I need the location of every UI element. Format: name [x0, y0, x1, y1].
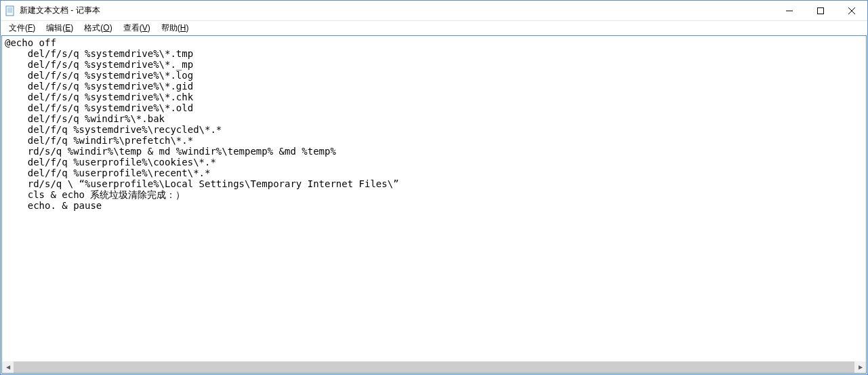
close-button[interactable]: [836, 1, 867, 21]
menu-file[interactable]: 文件(F): [3, 21, 41, 35]
scroll-right-button[interactable]: ▶: [854, 361, 866, 373]
editor-wrapper: @echo off del/f/s/q %systemdrive%\*.tmp …: [1, 35, 867, 374]
svg-rect-6: [818, 8, 824, 14]
horizontal-scrollbar[interactable]: ◀ ▶: [2, 361, 866, 373]
maximize-button[interactable]: [805, 1, 836, 21]
scroll-track[interactable]: [14, 361, 854, 373]
menu-help[interactable]: 帮助(H): [156, 21, 194, 35]
titlebar: 新建文本文档 - 记事本: [1, 1, 867, 21]
scroll-left-button[interactable]: ◀: [2, 361, 14, 373]
notepad-icon: [5, 5, 16, 16]
minimize-button[interactable]: [774, 1, 805, 21]
window-title: 新建文本文档 - 记事本: [20, 5, 100, 16]
menu-edit[interactable]: 编辑(E): [41, 21, 79, 35]
text-editor[interactable]: @echo off del/f/s/q %systemdrive%\*.tmp …: [2, 36, 866, 361]
titlebar-left: 新建文本文档 - 记事本: [5, 5, 100, 16]
menu-format[interactable]: 格式(O): [79, 21, 117, 35]
menu-view[interactable]: 查看(V): [118, 21, 156, 35]
scroll-thumb[interactable]: [14, 361, 854, 373]
window-controls: [774, 1, 867, 20]
menubar: 文件(F) 编辑(E) 格式(O) 查看(V) 帮助(H): [1, 21, 867, 35]
